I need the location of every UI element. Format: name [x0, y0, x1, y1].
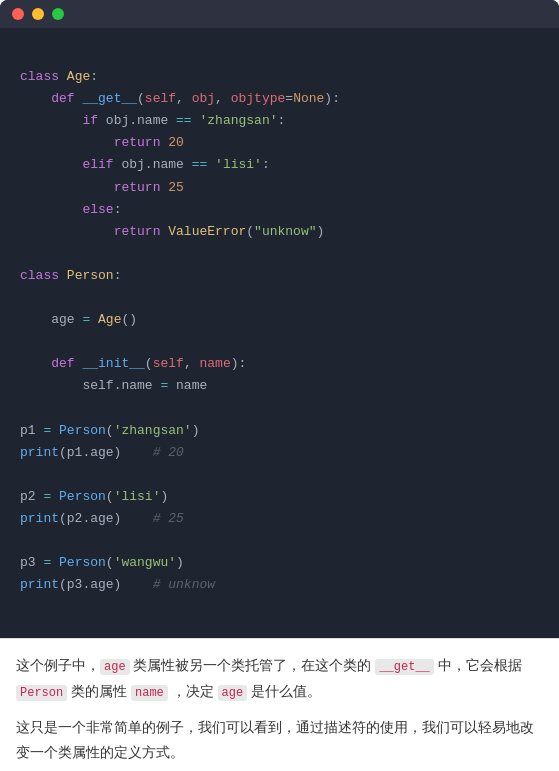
inline-code-get: __get__	[375, 659, 433, 675]
text-mid-3: 类的属性	[67, 683, 131, 699]
code-line	[20, 44, 539, 66]
code-line: print(p1.age) # 20	[20, 442, 539, 464]
code-line: return 20	[20, 132, 539, 154]
code-line: if obj.name == 'zhangsan':	[20, 110, 539, 132]
paragraph-2: 这只是一个非常简单的例子，我们可以看到，通过描述符的使用，我们可以轻易地改变一个…	[16, 715, 543, 765]
code-line	[20, 530, 539, 552]
text-end-1: 是什么值。	[247, 683, 321, 699]
inline-code-age2: age	[218, 685, 248, 701]
text-before-1: 这个例子中，	[16, 657, 100, 673]
code-line	[20, 398, 539, 420]
text-mid-1: 类属性被另一个类托管了，在这个类的	[130, 657, 376, 673]
code-line: p3 = Person('wangwu')	[20, 552, 539, 574]
code-line	[20, 596, 539, 618]
code-line: self.name = name	[20, 375, 539, 397]
inline-code-age1: age	[100, 659, 130, 675]
inline-code-name: name	[131, 685, 168, 701]
code-line: p2 = Person('lisi')	[20, 486, 539, 508]
code-line: return ValueError("unknow")	[20, 221, 539, 243]
minimize-button[interactable]	[32, 8, 44, 20]
code-line	[20, 287, 539, 309]
code-line	[20, 243, 539, 265]
code-line: p1 = Person('zhangsan')	[20, 420, 539, 442]
close-button[interactable]	[12, 8, 24, 20]
text-section: 这个例子中，age 类属性被另一个类托管了，在这个类的 __get__ 中，它会…	[0, 638, 559, 771]
code-line: class Person:	[20, 265, 539, 287]
code-line: age = Age()	[20, 309, 539, 331]
code-line: class Age:	[20, 66, 539, 88]
maximize-button[interactable]	[52, 8, 64, 20]
code-line: return 25	[20, 177, 539, 199]
text-mid-2: 中，它会根据	[434, 657, 522, 673]
text-mid-4: ，决定	[168, 683, 218, 699]
code-line	[20, 464, 539, 486]
code-line: else:	[20, 199, 539, 221]
paragraph-1: 这个例子中，age 类属性被另一个类托管了，在这个类的 __get__ 中，它会…	[16, 653, 543, 704]
titlebar	[0, 0, 559, 28]
inline-code-person: Person	[16, 685, 67, 701]
code-line: print(p2.age) # 25	[20, 508, 539, 530]
code-line: elif obj.name == 'lisi':	[20, 154, 539, 176]
code-line: print(p3.age) # unknow	[20, 574, 539, 596]
code-line: def __init__(self, name):	[20, 353, 539, 375]
code-editor: class Age: def __get__(self, obj, objtyp…	[0, 28, 559, 638]
code-window: class Age: def __get__(self, obj, objtyp…	[0, 0, 559, 638]
code-line	[20, 331, 539, 353]
code-line: def __get__(self, obj, objtype=None):	[20, 88, 539, 110]
